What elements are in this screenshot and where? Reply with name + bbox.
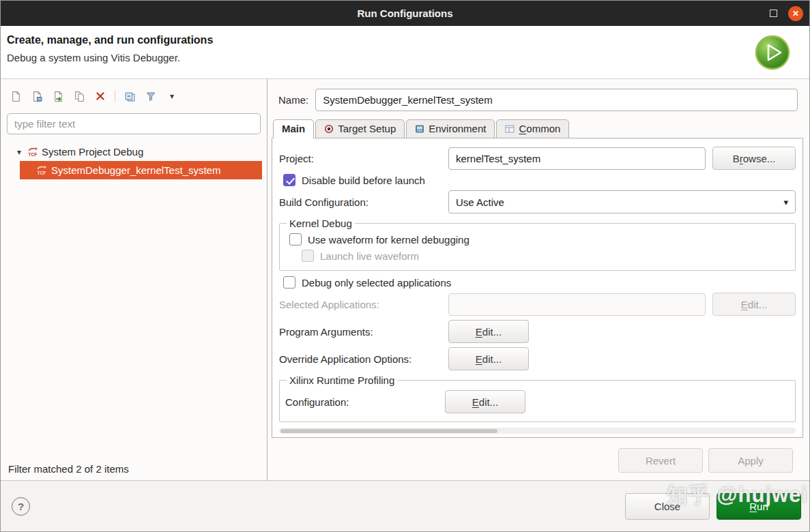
dialog-footer: ? Close Run [1, 480, 809, 531]
name-label: Name: [278, 94, 308, 106]
project-label: Project: [279, 153, 442, 164]
new-config-icon[interactable] [9, 89, 23, 103]
project-input[interactable] [448, 147, 706, 170]
run-configurations-dialog: Run Configurations ✕ Create, manage, and… [0, 0, 810, 532]
xilinx-group-title: Xilinx Runtime Profiling [287, 374, 397, 386]
tree-item-system-project-debug[interactable]: ▾ TCF System Project Debug [1, 143, 267, 161]
dialog-subtitle: Debug a system using Vitis Debugger. [7, 52, 809, 63]
debug-only-selected-checkbox[interactable]: Debug only selected applications [283, 276, 451, 289]
tab-common[interactable]: Common [496, 119, 569, 138]
combo-caret-icon: ▾ [783, 197, 788, 207]
sidebar-toolbar: ▾ [1, 79, 267, 109]
tcf-debug-icon: TCF [27, 147, 38, 158]
revert-button[interactable]: Revert [618, 448, 703, 473]
close-window-icon[interactable]: ✕ [788, 6, 803, 21]
checkbox-icon [289, 233, 302, 246]
checkbox-disabled-icon [302, 250, 314, 262]
profiling-configuration-edit-button[interactable]: Edit... [445, 390, 525, 413]
expander-icon[interactable]: ▾ [14, 147, 24, 157]
filter-status: Filter matched 2 of 2 items [8, 463, 129, 475]
browse-button[interactable]: Browse... [712, 147, 796, 170]
build-configuration-label: Build Configuration: [279, 196, 442, 208]
close-button[interactable]: Close [625, 493, 710, 520]
configuration-label: Configuration: [285, 396, 438, 408]
window-title: Run Configurations [358, 8, 453, 19]
filter-menu-caret-icon[interactable]: ▾ [165, 89, 179, 103]
duplicate-config-icon[interactable] [72, 89, 86, 103]
disable-build-checkbox[interactable]: Disable build before launch [283, 174, 425, 186]
export-config-icon[interactable] [51, 89, 65, 103]
run-logo-icon [755, 35, 790, 70]
filter-input[interactable] [7, 113, 261, 134]
filter-icon[interactable] [144, 89, 158, 103]
config-tree: ▾ TCF System Project Debug TCF SystemDeb… [1, 137, 267, 482]
delete-config-icon[interactable] [93, 89, 107, 103]
common-icon [505, 124, 515, 134]
tcf-debug-icon: TCF [36, 165, 47, 176]
tab-environment[interactable]: Environment [406, 119, 495, 138]
new-prototype-icon[interactable] [30, 89, 44, 103]
override-options-edit-button[interactable]: Edit... [448, 347, 529, 370]
tree-item-label: SystemDebugger_kernelTest_system [51, 164, 220, 176]
maximize-icon[interactable] [770, 10, 777, 17]
build-configuration-select[interactable]: Use Active ▾ [448, 190, 796, 213]
program-arguments-label: Program Arguments: [279, 326, 442, 338]
dialog-header: Create, manage, and run configurations D… [1, 26, 809, 79]
collapse-all-icon[interactable] [123, 89, 136, 103]
selected-applications-label: Selected Applications: [279, 299, 442, 310]
svg-text:TCF: TCF [38, 171, 46, 175]
tab-bar: Main Target Setup Environment [272, 119, 809, 138]
scrollbar-thumb[interactable] [280, 429, 497, 433]
apply-button[interactable]: Apply [708, 448, 793, 473]
selected-applications-edit-button: Edit... [712, 293, 796, 316]
titlebar: Run Configurations ✕ [1, 1, 809, 26]
run-button[interactable]: Run [717, 493, 801, 520]
tree-item-label: System Project Debug [42, 146, 143, 158]
checkbox-icon [283, 276, 295, 289]
override-application-options-label: Override Application Options: [279, 353, 442, 365]
dialog-heading: Create, manage, and run configurations [7, 34, 809, 46]
program-arguments-edit-button[interactable]: Edit... [448, 320, 529, 343]
kernel-debug-group: Kernel Debug Use waveform for kernel deb… [279, 218, 796, 271]
target-setup-icon [324, 124, 334, 134]
xilinx-runtime-profiling-group: Xilinx Runtime Profiling Configuration: … [279, 374, 796, 422]
tab-target-setup[interactable]: Target Setup [315, 119, 405, 138]
horizontal-scrollbar[interactable] [279, 428, 796, 434]
svg-text:TCF: TCF [29, 152, 38, 157]
launch-live-waveform-checkbox: Launch live waveform [302, 250, 419, 262]
checkbox-checked-icon [283, 174, 295, 186]
dialog-body: ▾ ▾ TCF System Project Debug TCF SystemD… [1, 79, 809, 482]
tab-content-main: Project: Browse... Disable build before … [272, 138, 803, 438]
name-input[interactable] [315, 89, 798, 111]
environment-icon [415, 124, 424, 134]
configurations-sidebar: ▾ ▾ TCF System Project Debug TCF SystemD… [1, 79, 267, 482]
tree-item-systemdebugger-kerneltest[interactable]: TCF SystemDebugger_kernelTest_system [20, 161, 262, 179]
help-icon[interactable]: ? [12, 497, 30, 516]
toolbar-separator [115, 90, 115, 102]
kernel-debug-group-title: Kernel Debug [287, 218, 355, 229]
tab-main[interactable]: Main [273, 119, 314, 138]
use-waveform-checkbox[interactable]: Use waveform for kernel debugging [289, 233, 469, 246]
configuration-editor: Name: Main Target Setup Environ [267, 79, 809, 482]
selected-applications-input [448, 293, 706, 316]
